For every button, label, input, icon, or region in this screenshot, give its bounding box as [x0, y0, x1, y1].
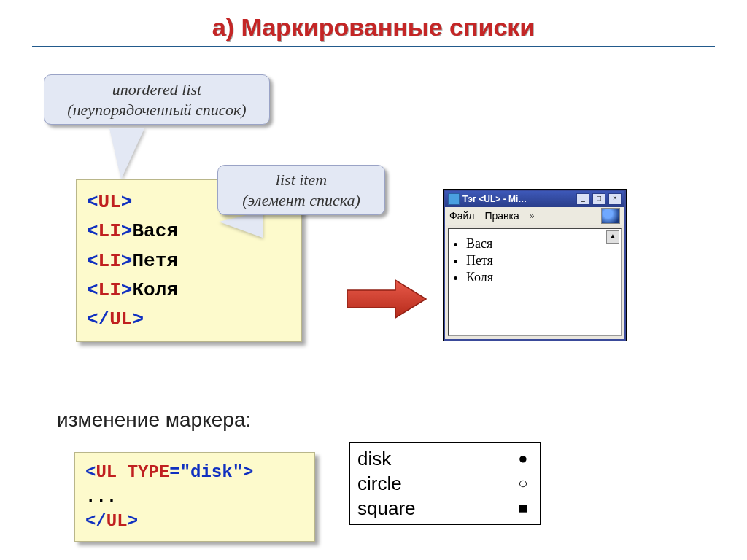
list-item: Петя — [466, 253, 615, 268]
browser-viewport: ▲ Вася Петя Коля — [448, 228, 622, 336]
table-row: square ■ — [357, 496, 533, 521]
ie-logo-icon — [601, 208, 620, 224]
code-space — [117, 462, 127, 482]
callout-text: (неупорядоченный список) — [55, 100, 259, 120]
menu-edit[interactable]: Правка — [484, 210, 519, 222]
marker-name: square — [357, 497, 514, 520]
code-angle: </ — [87, 308, 109, 330]
code-attr: TYPE — [128, 462, 170, 482]
code-ellipsis: ... — [85, 487, 117, 507]
heading-underline — [32, 46, 715, 47]
menu-bar: Файл Правка » — [445, 207, 624, 225]
code-angle: < — [87, 250, 98, 272]
code-angle: > — [121, 250, 133, 272]
code-angle: > — [132, 308, 144, 330]
code-angle: < — [87, 220, 98, 242]
code-tag: LI — [98, 220, 121, 242]
slide-heading: а) Маркированные списки — [0, 13, 747, 42]
disk-marker-icon: ● — [514, 449, 533, 468]
marker-name: disk — [357, 448, 514, 470]
scroll-up-button[interactable]: ▲ — [606, 230, 619, 244]
marker-types-table: disk ● circle ○ square ■ — [349, 442, 541, 525]
window-titlebar: Тэг <UL> - Mi… _ □ × — [445, 191, 624, 207]
list-item: Вася — [466, 236, 615, 252]
subheading: изменение маркера: — [57, 408, 251, 432]
code-angle: > — [121, 279, 133, 301]
code-angle: ="disk"> — [169, 462, 253, 482]
rendered-list: Вася Петя Коля — [466, 236, 615, 285]
arrow-right-icon — [344, 277, 432, 321]
square-marker-icon: ■ — [514, 499, 533, 518]
code-tag: UL — [98, 191, 121, 213]
marker-name: circle — [357, 472, 514, 495]
code-tag: LI — [98, 279, 121, 301]
code-angle: > — [121, 220, 133, 242]
browser-window: Тэг <UL> - Mi… _ □ × Файл Правка » ▲ Вас… — [444, 190, 626, 341]
maximize-button[interactable]: □ — [592, 193, 605, 205]
minimize-button[interactable]: _ — [576, 193, 589, 205]
code-text: Коля — [132, 279, 177, 301]
code-text: Петя — [132, 250, 177, 272]
menu-overflow-icon[interactable]: » — [530, 211, 535, 221]
code-angle: > — [121, 191, 133, 213]
code-example-type: <UL TYPE="disk"> ... </UL> — [74, 452, 315, 542]
close-button[interactable]: × — [608, 193, 622, 205]
menu-file[interactable]: Файл — [449, 210, 474, 222]
svg-marker-0 — [347, 280, 426, 318]
code-angle: < — [87, 279, 98, 301]
table-row: circle ○ — [357, 471, 533, 496]
code-tag: LI — [98, 250, 121, 272]
callout-tail — [219, 211, 263, 238]
window-title: Тэг <UL> - Mi… — [462, 194, 573, 204]
callout-text: unordered list — [55, 79, 259, 100]
circle-marker-icon: ○ — [514, 474, 533, 493]
code-tag: UL — [96, 462, 117, 482]
code-angle: > — [128, 511, 138, 531]
code-angle: < — [87, 191, 98, 213]
callout-text: list item — [228, 170, 374, 190]
callout-list-item: list item (элемент списка) — [217, 165, 385, 215]
callout-text: (элемент списка) — [228, 190, 374, 211]
code-angle: </ — [85, 511, 107, 531]
table-row: disk ● — [357, 446, 533, 471]
code-tag: UL — [109, 308, 132, 330]
app-icon — [448, 193, 460, 205]
code-text: Вася — [132, 220, 177, 242]
callout-tail — [109, 128, 144, 179]
callout-unordered-list: unordered list (неупорядоченный список) — [44, 74, 270, 125]
code-tag: UL — [107, 511, 128, 531]
list-item: Коля — [466, 270, 615, 285]
code-angle: < — [85, 462, 96, 482]
